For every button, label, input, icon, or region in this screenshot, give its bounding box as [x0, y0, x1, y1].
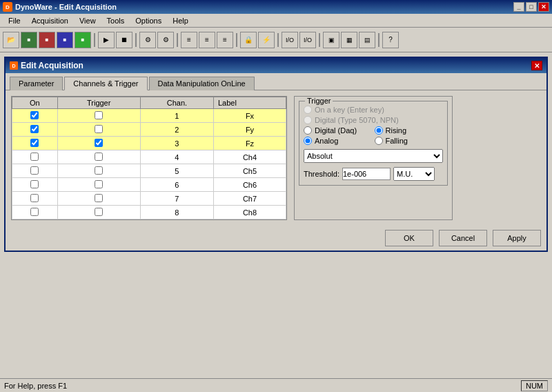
- threshold-unit-select[interactable]: M.U. N kN: [393, 167, 435, 181]
- toolbar-btn8[interactable]: ≡: [199, 32, 215, 48]
- dialog-close-button[interactable]: ✕: [531, 61, 542, 70]
- close-button[interactable]: ✕: [538, 2, 549, 12]
- row-2-chan-cell: 2: [140, 123, 213, 137]
- toolbar-play[interactable]: ▶: [98, 32, 115, 48]
- row-8-label-cell: Ch8: [214, 206, 286, 219]
- row-4-trigger-cell: [57, 150, 140, 164]
- trigger-radio-analog[interactable]: [304, 137, 312, 145]
- toolbar-display1[interactable]: ▣: [323, 32, 339, 48]
- toolbar-io2[interactable]: I/O: [299, 32, 316, 48]
- toolbar-btn5[interactable]: ⚙: [139, 32, 156, 48]
- trigger-label-digital-daq: Digital (Daq): [315, 126, 357, 135]
- toolbar-display2[interactable]: ▦: [341, 32, 357, 48]
- table-row: 3Fz: [12, 137, 286, 150]
- row-1-trigger-cell: [57, 109, 140, 123]
- restore-button[interactable]: □: [526, 2, 537, 12]
- row-5-trigger-cell: [57, 164, 140, 178]
- row-4-on-cell: [12, 150, 58, 164]
- trigger-option-digital-npn: Digital (Type 5070, NPN): [304, 116, 443, 124]
- row-8-on-cell: [12, 206, 58, 219]
- row-6-trigger-checkbox[interactable]: [95, 180, 103, 188]
- row-8-chan-cell: 8: [140, 206, 213, 219]
- row-7-chan-cell: 7: [140, 192, 213, 206]
- row-3-trigger-cell: [57, 137, 140, 150]
- toolbar-btn10[interactable]: 🔒: [240, 32, 257, 48]
- edit-acquisition-dialog: D Edit Acquisition ✕ Parameter Channels …: [4, 57, 548, 252]
- trigger-label-key: On a key (Enter key): [315, 106, 384, 114]
- row-7-trigger-cell: [57, 192, 140, 206]
- toolbar-btn3[interactable]: ■: [57, 32, 73, 48]
- menu-file[interactable]: File: [3, 15, 26, 26]
- row-8-on-checkbox[interactable]: [30, 208, 39, 216]
- row-5-on-checkbox[interactable]: [30, 166, 39, 175]
- trigger-radio-key[interactable]: [304, 106, 312, 114]
- app-title: DynoWare - Edit Acquisition: [15, 3, 117, 11]
- menu-options[interactable]: Options: [130, 15, 167, 26]
- row-4-chan-cell: 4: [140, 150, 213, 164]
- toolbar-stop[interactable]: ⏹: [116, 32, 132, 48]
- trigger-label-analog: Analog: [315, 137, 338, 145]
- tab-channels-trigger[interactable]: Channels & Trigger: [64, 77, 147, 90]
- trigger-option-analog: Analog: [304, 137, 373, 145]
- title-bar-controls: _ □ ✕: [513, 2, 549, 12]
- trigger-analog-falling-row: Analog Falling: [304, 137, 443, 145]
- row-2-on-checkbox[interactable]: [30, 125, 39, 133]
- row-7-label-cell: Ch7: [214, 192, 286, 206]
- toolbar-btn1[interactable]: ■: [21, 32, 37, 48]
- row-1-on-checkbox[interactable]: [30, 111, 39, 119]
- trigger-radio-rising[interactable]: [375, 126, 383, 135]
- tab-data-manipulation[interactable]: Data Manipulation OnLine: [149, 77, 255, 90]
- trigger-radio-falling[interactable]: [375, 137, 383, 145]
- menu-tools[interactable]: Tools: [101, 15, 130, 26]
- table-row: 4Ch4: [12, 150, 286, 164]
- menu-view[interactable]: View: [74, 15, 101, 26]
- row-3-trigger-checkbox[interactable]: [95, 139, 103, 147]
- row-7-on-cell: [12, 192, 58, 206]
- toolbar-sep4: [236, 33, 237, 47]
- row-7-on-checkbox[interactable]: [30, 194, 39, 202]
- toolbar-btn7[interactable]: ≡: [181, 32, 197, 48]
- row-2-trigger-checkbox[interactable]: [95, 125, 103, 133]
- toolbar-open[interactable]: 📂: [3, 32, 19, 48]
- row-1-trigger-checkbox[interactable]: [95, 111, 103, 119]
- toolbar-sep7: [378, 33, 379, 47]
- row-5-label-cell: Ch5: [214, 164, 286, 178]
- toolbar-btn11[interactable]: ⚡: [258, 32, 275, 48]
- trigger-option-key: On a key (Enter key): [304, 106, 443, 114]
- status-help-text: For Help, press F1: [4, 382, 67, 390]
- minimize-button[interactable]: _: [513, 2, 524, 12]
- toolbar-btn9[interactable]: ≡: [217, 32, 233, 48]
- toolbar-display3[interactable]: ▤: [359, 32, 375, 48]
- row-6-on-checkbox[interactable]: [30, 180, 39, 188]
- dialog-title-text: Edit Acquisition: [21, 61, 83, 70]
- dialog-title-bar: D Edit Acquisition ✕: [6, 58, 546, 73]
- menu-acquisition[interactable]: Acquisition: [26, 15, 74, 26]
- toolbar-io1[interactable]: I/O: [282, 32, 298, 48]
- cancel-button[interactable]: Cancel: [439, 230, 487, 246]
- row-4-trigger-checkbox[interactable]: [95, 153, 103, 161]
- trigger-label-digital-npn: Digital (Type 5070, NPN): [315, 116, 399, 124]
- toolbar-btn2[interactable]: ■: [39, 32, 55, 48]
- trigger-label-rising: Rising: [386, 126, 407, 135]
- table-row: 6Ch6: [12, 178, 286, 192]
- row-3-label-cell: Fz: [214, 137, 286, 150]
- row-4-on-checkbox[interactable]: [30, 153, 39, 161]
- toolbar-help[interactable]: ?: [382, 32, 399, 48]
- tab-parameter[interactable]: Parameter: [10, 77, 63, 90]
- app-icon: D: [3, 2, 12, 12]
- menu-help[interactable]: Help: [167, 15, 194, 26]
- toolbar-btn4[interactable]: ■: [75, 32, 91, 48]
- trigger-mode-select[interactable]: Absolut Relativ: [304, 149, 443, 163]
- row-6-chan-cell: 6: [140, 178, 213, 192]
- row-7-trigger-checkbox[interactable]: [95, 194, 103, 202]
- ok-button[interactable]: OK: [385, 230, 433, 246]
- trigger-radio-digital-npn[interactable]: [304, 116, 312, 124]
- trigger-option-falling: Falling: [375, 137, 444, 145]
- apply-button[interactable]: Apply: [493, 230, 541, 246]
- row-8-trigger-checkbox[interactable]: [95, 208, 103, 216]
- threshold-input[interactable]: [342, 168, 391, 180]
- row-3-on-checkbox[interactable]: [30, 139, 39, 147]
- trigger-radio-digital-daq[interactable]: [304, 126, 312, 135]
- toolbar-btn6[interactable]: ⚙: [157, 32, 174, 48]
- row-5-trigger-checkbox[interactable]: [95, 166, 103, 175]
